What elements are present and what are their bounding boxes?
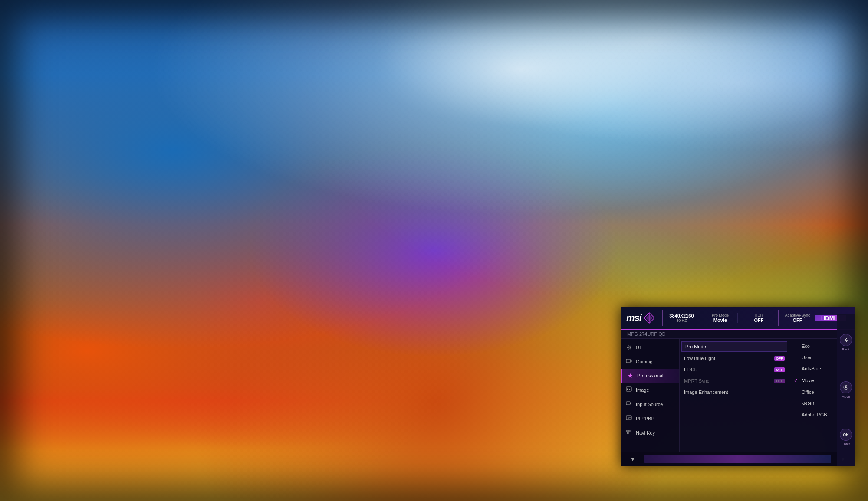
mprt-sync-badge: OFF xyxy=(774,379,785,383)
nav-item-pip-pbp[interactable]: PIP/PBP xyxy=(621,411,679,426)
menu-label-mprt-sync: MPRT Sync xyxy=(684,378,709,383)
nav-label-input-source: Input Source xyxy=(636,402,663,407)
pip-pbp-icon xyxy=(625,415,632,422)
submenu-label-srgb: sRGB xyxy=(802,401,814,406)
nav-item-input-source[interactable]: Input Source xyxy=(621,397,679,411)
svg-point-6 xyxy=(630,360,631,361)
svg-point-18 xyxy=(845,386,847,388)
submenu-label-adobe-rgb: Adobe RGB xyxy=(802,412,827,417)
enter-btn-circle[interactable]: OK xyxy=(840,429,852,441)
navi-key-icon xyxy=(625,429,632,436)
menu-label-pro-mode: Pro Mode xyxy=(685,344,706,349)
pro-mode-value: Movie xyxy=(713,318,727,323)
nav-label-image: Image xyxy=(636,387,649,393)
svg-rect-4 xyxy=(626,359,631,363)
menu-item-image-enhancement[interactable]: Image Enhancement xyxy=(680,386,789,398)
osd-menu: Pro Mode Low Blue Light OFF HDCR OFF MPR… xyxy=(680,339,789,452)
nav-item-gaming[interactable]: Gaming xyxy=(621,354,679,369)
svg-rect-15 xyxy=(628,432,629,434)
submenu-label-user: User xyxy=(802,355,812,360)
move-label: Move xyxy=(842,395,850,399)
osd-navigation: ⚙ GL Gaming ★ Professional Image xyxy=(621,339,680,452)
menu-label-low-blue-light: Low Blue Light xyxy=(684,356,715,361)
osd-logo: msi xyxy=(621,312,661,324)
enter-button[interactable]: OK Enter xyxy=(840,429,852,446)
low-blue-light-badge: OFF xyxy=(774,356,785,361)
submenu-label-movie: Movie xyxy=(802,378,814,383)
back-button[interactable]: Back xyxy=(840,334,852,351)
nav-label-pip-pbp: PIP/PBP xyxy=(636,416,654,421)
hdcr-badge: OFF xyxy=(774,367,785,372)
adaptive-sync-label: Adaptive-Sync xyxy=(785,313,810,318)
svg-rect-14 xyxy=(628,430,630,432)
checkmark-icon: ✓ xyxy=(794,377,799,383)
header-divider-3 xyxy=(740,310,740,326)
nav-label-professional: Professional xyxy=(637,373,664,378)
header-hdr: HDR OFF xyxy=(742,313,776,323)
osd-overlay: msi 3840X2160 30 HZ Pro Mode Movie HDR O… xyxy=(621,307,855,466)
nav-label-gaming: Gaming xyxy=(636,359,653,364)
menu-item-pro-mode[interactable]: Pro Mode xyxy=(681,341,787,352)
nav-label-navi-key: Navi Key xyxy=(636,430,655,436)
menu-label-image-enhancement: Image Enhancement xyxy=(684,390,728,395)
gaming-icon xyxy=(625,358,632,365)
footer-decoration xyxy=(644,455,831,463)
osd-body: ⚙ GL Gaming ★ Professional Image xyxy=(621,339,855,452)
svg-rect-13 xyxy=(626,430,628,432)
enter-label: Enter xyxy=(842,442,850,446)
header-divider-1 xyxy=(662,310,663,326)
submenu-label-office: Office xyxy=(802,390,814,395)
ok-text: OK xyxy=(843,432,849,437)
svg-rect-12 xyxy=(629,417,631,419)
msi-wing-icon xyxy=(643,312,655,324)
gl-icon: ⚙ xyxy=(625,344,632,351)
header-resolution: 3840X2160 30 HZ xyxy=(664,313,699,323)
header-divider-4 xyxy=(778,310,779,326)
svg-rect-10 xyxy=(626,402,630,405)
menu-item-low-blue-light[interactable]: Low Blue Light OFF xyxy=(680,353,789,364)
move-btn-circle[interactable] xyxy=(840,381,852,393)
nav-item-navi-key[interactable]: Navi Key xyxy=(621,426,679,440)
osd-right-controls: Back Move OK Enter xyxy=(837,314,855,466)
submenu-label-eco: Eco xyxy=(802,344,810,349)
nav-label-gl: GL xyxy=(636,345,642,350)
menu-item-hdcr[interactable]: HDCR OFF xyxy=(680,364,789,375)
osd-header: msi 3840X2160 30 HZ Pro Mode Movie HDR O… xyxy=(621,307,855,330)
nav-item-gl[interactable]: ⚙ GL xyxy=(621,341,679,354)
move-icon xyxy=(843,384,849,390)
header-adaptive-sync: Adaptive-Sync OFF xyxy=(780,313,815,323)
pro-mode-label: Pro Mode xyxy=(712,313,729,318)
hdr-value: OFF xyxy=(754,318,763,323)
professional-icon: ★ xyxy=(627,372,634,379)
header-divider-2 xyxy=(701,310,701,326)
osd-model-label: MPG 274URF QD xyxy=(621,330,855,339)
input-source-icon xyxy=(625,400,632,408)
resolution-value: 3840X2160 xyxy=(669,313,694,318)
image-icon xyxy=(625,386,632,393)
scroll-down-left[interactable]: ▼ xyxy=(621,455,644,462)
osd-footer: ▼ ▼ xyxy=(621,452,855,466)
header-pro-mode: Pro Mode Movie xyxy=(703,313,738,323)
svg-point-9 xyxy=(628,388,628,389)
move-button[interactable]: Move xyxy=(840,381,852,399)
svg-point-7 xyxy=(630,361,631,362)
msi-brand: msi xyxy=(626,312,641,324)
nav-item-image[interactable]: Image xyxy=(621,383,679,397)
back-btn-circle[interactable] xyxy=(840,334,852,346)
adaptive-sync-value: OFF xyxy=(792,318,802,323)
menu-item-mprt-sync[interactable]: MPRT Sync OFF xyxy=(680,375,789,386)
nav-item-professional[interactable]: ★ Professional xyxy=(621,369,679,383)
submenu-label-anti-blue: Anti-Blue xyxy=(802,366,821,371)
hdr-label: HDR xyxy=(755,313,763,318)
menu-label-hdcr: HDCR xyxy=(684,367,698,372)
back-icon xyxy=(843,337,849,343)
resolution-hz: 30 HZ xyxy=(676,318,687,323)
back-label: Back xyxy=(842,347,850,351)
